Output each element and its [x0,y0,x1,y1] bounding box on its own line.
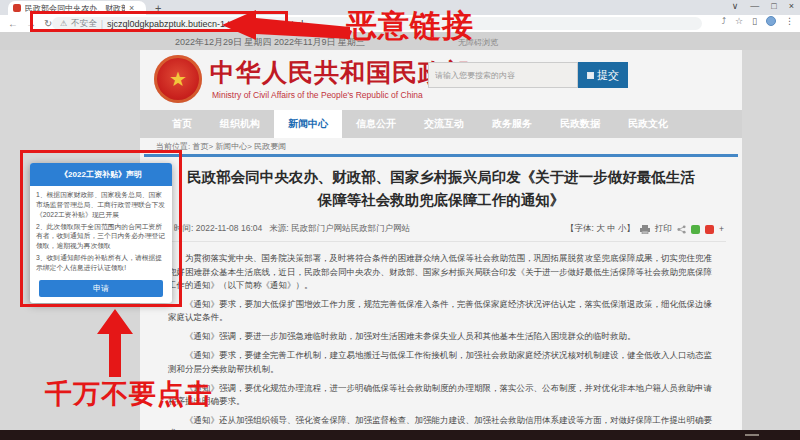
share-nodes-icon[interactable] [677,225,686,234]
weibo-share-icon[interactable] [705,225,714,234]
font-size-control[interactable]: 【字体: 大 中 小】 [566,223,635,235]
search-submit-button[interactable]: 提交 [578,62,628,88]
nav-item-home[interactable]: 首页 [158,110,206,138]
wechat-share-icon[interactable] [691,225,700,234]
side-panel-icon[interactable]: ▯ [752,16,757,26]
site-favicon-icon [13,4,21,12]
nav-item-culture[interactable]: 民政文化 [614,110,682,138]
article-title: 民政部会同中央农办、财政部、国家乡村振兴局印发《关于进一步做好最低生活保障等社会… [140,157,742,218]
nav-item-info-disclosure[interactable]: 信息公开 [342,110,410,138]
annotation-arrow-left-icon [220,6,352,44]
article-paragraph: 《通知》要求，要健全完善工作机制，建立易地搬迁与低保工作衔接机制，加强社会救助家… [168,349,714,375]
annotation-box-dialog [20,150,182,307]
annotation-do-not-click: 千万不要点击 [45,376,213,412]
footer-decoration [745,434,759,436]
nav-item-news-center[interactable]: 新闻中心 [274,110,342,138]
print-button[interactable]: 打印 [655,223,672,235]
article-body: 为贯彻落实党中央、国务院决策部署，及时将符合条件的困难群众纳入低保等社会救助范围… [140,242,742,440]
bookmark-star-icon[interactable]: ☆ [735,16,743,26]
broken-image-icon [587,72,594,79]
back-button[interactable]: ← [8,18,18,29]
article-meta: 时间: 2022-11-08 16:04 来源: 民政部门户网站民政部门户网站 … [140,220,742,238]
browser-menu-icon[interactable]: ⋮ [785,16,794,26]
annotation-arrow-up-icon [97,309,133,377]
search-input[interactable] [428,62,578,88]
breadcrumb[interactable]: 当前位置: 首页> 新闻中心> 民政要闻 [140,138,742,154]
nav-item-interaction[interactable]: 交流互动 [410,110,478,138]
site-title-en: Ministry of Civil Affairs of the People'… [212,90,423,100]
nav-item-services[interactable]: 政务服务 [478,110,546,138]
more-share-button[interactable]: + [719,224,724,234]
article-paragraph: 《通知》强调，要进一步加强急难临时救助，加强对生活困难未参保失业人员和其他基本生… [168,330,714,343]
national-emblem-icon: ★ [154,55,202,103]
article-meta-right: 【字体: 大 中 小】 打印 + [566,223,724,235]
profile-avatar[interactable] [766,16,776,26]
window-maximize-button[interactable]: □ [771,1,776,11]
site-header: ★ 中华人民共和国民政部 Ministry of Civil Affairs o… [140,50,742,110]
article-paragraph: 《通知》要求，要加大低保扩围增效工作力度，规范完善低保准入条件，完善低保家庭经济… [168,298,714,324]
article-paragraph: 《通知》强调，要优化规范办理流程，进一步明确低保等社会救助制度的办理期限，落实公… [168,382,714,408]
article-paragraph: 为贯彻落实党中央、国务院决策部署，及时将符合条件的困难群众纳入低保等社会救助范围… [168,252,714,292]
annotation-malicious-link: 恶意链接 [346,5,474,47]
page-content: ★ 中华人民共和国民政部 Ministry of Civil Affairs o… [140,50,742,430]
share-page-icon[interactable]: ⤴ [721,16,726,26]
page-footer [0,430,800,440]
window-minimize-button[interactable]: — [750,1,759,11]
article-source: 来源: 民政部门户网站民政部门户网站 [269,223,410,233]
nav-item-organization[interactable]: 组织机构 [206,110,274,138]
window-chevron-icon[interactable]: ∨ [732,1,739,11]
article-time: 时间: 2022-11-08 16:04 [174,223,262,233]
nav-item-data[interactable]: 民政数据 [546,110,614,138]
article-meta-left: 时间: 2022-11-08 16:04 来源: 民政部门户网站民政部门户网站 [174,223,410,235]
window-close-button[interactable]: × [789,1,794,11]
main-nav: 首页 组织机构 新闻中心 信息公开 交流互动 政务服务 民政数据 民政文化 [140,110,742,138]
printer-icon[interactable] [640,225,650,234]
